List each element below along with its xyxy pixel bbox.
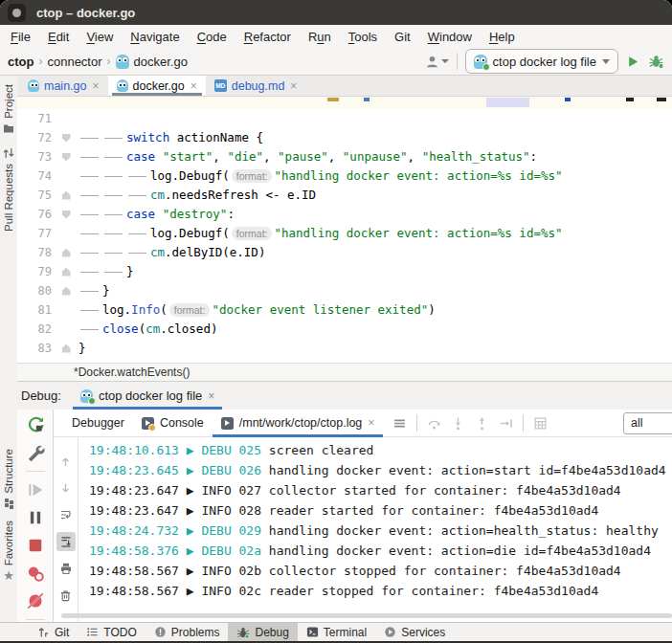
statusbar-item-services[interactable]: Services <box>375 623 454 641</box>
run-configuration-select[interactable]: ctop docker log file <box>465 49 618 74</box>
run-button[interactable] <box>626 55 640 69</box>
gutter-fold-area[interactable] <box>54 300 78 320</box>
code-line[interactable]: 71 <box>17 109 672 128</box>
sidebar-item-project[interactable]: Project <box>3 84 14 134</box>
mute-breakpoints-icon[interactable] <box>26 591 45 610</box>
menu-item-edit[interactable]: Edit <box>39 27 78 47</box>
next-occurrence-button[interactable] <box>56 478 76 498</box>
code-line[interactable]: 79} <box>17 262 672 281</box>
gutter-fold-area[interactable] <box>54 166 78 186</box>
layout-settings-icon[interactable] <box>392 416 407 431</box>
line-number[interactable]: 80 <box>17 281 54 300</box>
line-number[interactable]: 71 <box>17 109 54 128</box>
fold-marker-icon[interactable] <box>62 344 71 353</box>
close-icon[interactable]: × <box>92 79 99 93</box>
line-number[interactable]: 83 <box>17 339 54 358</box>
breadcrumb-package[interactable]: connector <box>47 55 101 69</box>
menu-item-help[interactable]: Help <box>481 27 524 47</box>
gutter-fold-area[interactable] <box>54 147 78 166</box>
line-number[interactable]: 76 <box>17 205 54 224</box>
current-function-breadcrumb[interactable]: *Docker.watchEvents() <box>74 366 190 379</box>
run-to-cursor-icon[interactable] <box>499 416 513 431</box>
code-line[interactable]: 75cm.needsRefresh <- e.ID <box>17 186 672 205</box>
close-icon[interactable]: × <box>368 416 374 430</box>
resume-icon[interactable] <box>26 480 45 499</box>
breadcrumb-project[interactable]: ctop <box>8 55 34 69</box>
line-number[interactable]: 75 <box>17 186 54 205</box>
sidebar-item-pull-requests[interactable]: Pull Requests <box>3 147 14 232</box>
step-out-icon[interactable] <box>475 416 489 431</box>
gutter-fold-area[interactable] <box>54 128 78 147</box>
settings-wrench-icon[interactable] <box>26 443 45 462</box>
pause-icon[interactable] <box>26 508 45 527</box>
log-filter-select[interactable]: all <box>623 412 672 434</box>
tab-debugger[interactable]: Debugger <box>63 410 133 436</box>
soft-wrap-button[interactable] <box>56 505 76 524</box>
window-menu-button[interactable] <box>8 4 26 22</box>
tab-main-go[interactable]: main.go × <box>19 76 108 96</box>
gutter-fold-area[interactable] <box>54 243 78 262</box>
menu-item-window[interactable]: Window <box>419 27 481 47</box>
code-line[interactable]: 84 <box>17 358 672 363</box>
close-icon[interactable]: × <box>208 389 214 403</box>
line-number[interactable]: 74 <box>17 166 54 186</box>
step-over-icon[interactable] <box>427 416 441 431</box>
scroll-to-end-button[interactable] <box>56 532 76 551</box>
profile-menu-button[interactable] <box>425 55 449 69</box>
gutter-fold-area[interactable] <box>54 320 78 339</box>
stop-icon[interactable] <box>26 536 45 555</box>
gutter-fold-area[interactable] <box>54 186 78 205</box>
menu-item-view[interactable]: View <box>78 27 122 47</box>
step-into-icon[interactable] <box>451 416 465 431</box>
statusbar-item-debug[interactable]: Debug <box>228 623 297 641</box>
fold-marker-icon[interactable] <box>62 249 71 257</box>
line-number[interactable]: 81 <box>17 300 54 320</box>
debug-button[interactable] <box>648 54 664 69</box>
tab-docker-go[interactable]: docker.go × <box>108 76 206 96</box>
line-number[interactable]: 78 <box>17 243 54 262</box>
statusbar-item-todo[interactable]: TODO <box>78 623 145 641</box>
line-number[interactable]: 73 <box>17 147 54 166</box>
code-line[interactable]: 78cm.delByID(e.ID) <box>17 243 672 262</box>
gutter-fold-area[interactable] <box>54 109 78 128</box>
menu-item-refactor[interactable]: Refactor <box>235 27 300 47</box>
line-number[interactable]: 84 <box>17 358 54 363</box>
sidebar-item-structure[interactable]: Structure <box>3 449 14 507</box>
view-breakpoints-icon[interactable] <box>26 564 45 583</box>
code-line[interactable]: 80} <box>17 281 672 300</box>
menu-item-tools[interactable]: Tools <box>340 27 386 47</box>
statusbar-item-git[interactable]: Git <box>29 623 78 641</box>
menu-item-navigate[interactable]: Navigate <box>122 27 188 47</box>
code-line[interactable]: 82close(cm.closed) <box>17 320 672 339</box>
clear-all-button[interactable] <box>56 586 76 605</box>
code-line[interactable]: 72switch actionName { <box>17 128 672 147</box>
gutter-fold-area[interactable] <box>54 281 78 300</box>
statusbar-item-terminal[interactable]: Terminal <box>298 623 375 641</box>
menu-item-git[interactable]: Git <box>386 27 419 47</box>
print-button[interactable] <box>56 559 76 578</box>
code-line[interactable]: 74log.Debugf(format:"handling docker eve… <box>17 166 672 186</box>
horizontal-scrollbar[interactable] <box>61 613 672 618</box>
line-number[interactable]: 82 <box>17 320 54 339</box>
gutter-fold-area[interactable] <box>54 358 78 363</box>
close-icon[interactable]: × <box>290 79 297 93</box>
line-number[interactable]: 77 <box>17 224 54 243</box>
breadcrumb-file[interactable]: docker.go <box>134 55 188 69</box>
gutter-fold-area[interactable] <box>54 262 78 281</box>
fold-marker-icon[interactable] <box>62 287 71 296</box>
evaluate-expression-icon[interactable] <box>533 416 548 431</box>
fold-marker-icon[interactable] <box>62 211 71 219</box>
statusbar-item-problems[interactable]: Problems <box>146 623 229 641</box>
code-line[interactable]: 73case "start", "die", "pause", "unpause… <box>17 147 672 166</box>
code-line[interactable]: 83} <box>17 339 672 358</box>
sidebar-item-favorites[interactable]: Favorites ★ <box>3 521 14 582</box>
rerun-icon[interactable] <box>26 415 45 434</box>
fold-marker-icon[interactable] <box>62 268 71 277</box>
line-number[interactable]: 79 <box>17 262 54 281</box>
menu-item-run[interactable]: Run <box>300 27 340 47</box>
gutter-fold-area[interactable] <box>54 224 78 243</box>
fold-marker-icon[interactable] <box>62 134 71 143</box>
code-line[interactable]: 77log.Debugf(format:"handling docker eve… <box>17 224 672 243</box>
debug-session-tab[interactable]: ctop docker log file × <box>73 382 222 410</box>
tab-debug-md[interactable]: MD debug.md × <box>206 76 306 96</box>
